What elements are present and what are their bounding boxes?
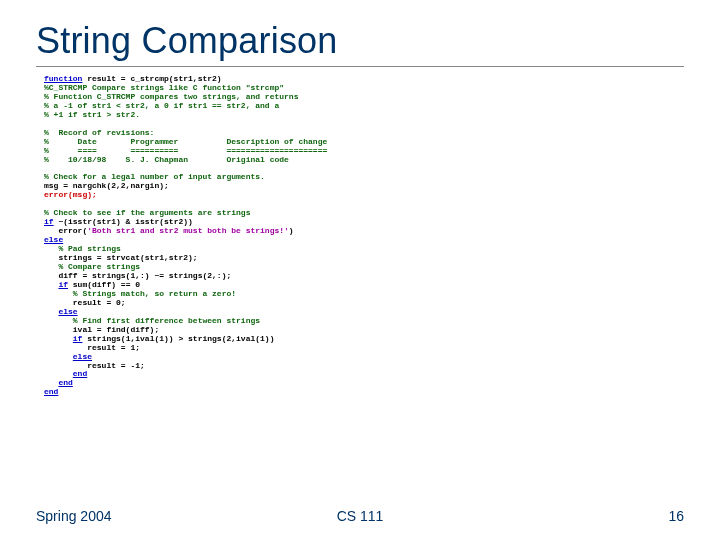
code-indent [44,307,58,316]
kw-else: else [44,235,63,244]
kw-else: else [58,307,77,316]
code-error: error(msg); [44,190,97,199]
code-comment: % Check for a legal number of input argu… [44,172,265,181]
slide-footer: Spring 2004 CS 111 16 [0,508,720,524]
code-comment: % Compare strings [44,262,140,271]
code-comment: % Function C_STRCMP compares two strings… [44,92,298,101]
code-comment: % +1 if str1 > str2. [44,110,140,119]
kw-if: if [73,334,83,343]
code-comment: % Check to see if the arguments are stri… [44,208,250,217]
code-string: 'Both str1 and str2 must both be strings… [87,226,289,235]
code-comment: % ==== ========== ===================== [44,146,327,155]
kw-end: end [73,369,87,378]
code-line: msg = nargchk(2,2,nargin); [44,181,169,190]
kw-end: end [58,378,72,387]
code-line: ) [289,226,294,235]
code-comment: % Pad strings [44,244,121,253]
footer-left: Spring 2004 [36,508,112,524]
kw-if: if [44,217,54,226]
code-blank [44,119,49,128]
code-comment: % Record of revisions: [44,128,154,137]
kw-else: else [73,352,92,361]
code-line: result = 1; [44,343,140,352]
code-comment: % a -1 of str1 < str2, a 0 if str1 == st… [44,101,279,110]
footer-page-number: 16 [668,508,684,524]
kw-function: function [44,74,82,83]
code-indent [44,280,58,289]
title-rule [36,66,684,67]
code-line: sum(diff) == 0 [68,280,140,289]
code-line: diff = strings(1,:) ~= strings(2,:); [44,271,231,280]
code-indent [44,334,73,343]
code-comment: % Strings match, so return a zero! [44,289,236,298]
code-indent [44,369,73,378]
code-line: strings(1,ival(1)) > strings(2,ival(1)) [82,334,274,343]
kw-if: if [58,280,68,289]
code-comment: % 10/18/98 S. J. Chapman Original code [44,155,289,164]
code-comment: % Date Programmer Description of change [44,137,327,146]
code-line: result = c_strcmp(str1,str2) [82,74,221,83]
code-line: error( [44,226,87,235]
kw-end: end [44,387,58,396]
code-line: result = 0; [44,298,126,307]
code-line: ~(isstr(str1) & isstr(str2)) [54,217,193,226]
code-indent [44,378,58,387]
code-comment: % Find first difference between strings [44,316,260,325]
code-blank [44,164,49,173]
footer-center: CS 111 [337,508,384,524]
code-line: result = -1; [44,361,145,370]
code-block: function result = c_strcmp(str1,str2) %C… [44,75,684,397]
code-line: strings = strvcat(str1,str2); [44,253,198,262]
code-line: ival = find(diff); [44,325,159,334]
slide-title: String Comparison [36,20,684,62]
code-blank [44,199,49,208]
code-indent [44,352,73,361]
slide-root: String Comparison function result = c_st… [0,0,720,540]
code-comment: %C_STRCMP Compare strings like C functio… [44,83,284,92]
